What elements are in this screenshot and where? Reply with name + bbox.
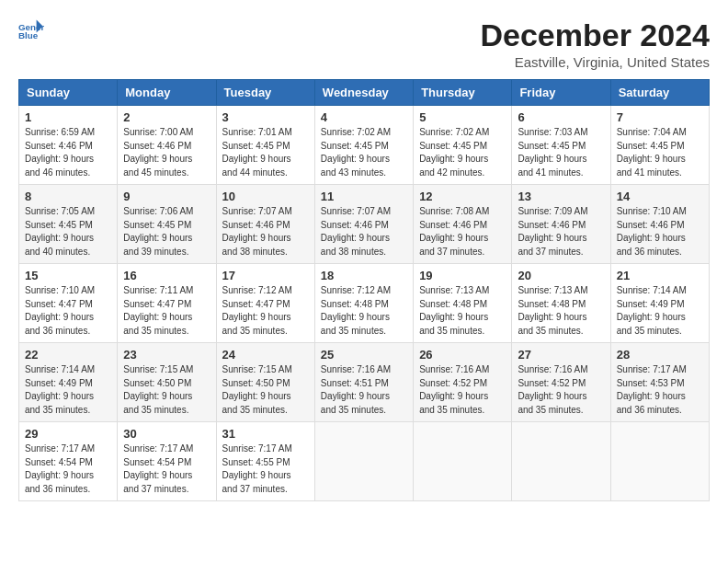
day-number: 25: [321, 348, 407, 362]
calendar-cell: 18Sunrise: 7:12 AMSunset: 4:48 PMDayligh…: [314, 264, 413, 343]
header-monday: Monday: [118, 80, 216, 106]
calendar-cell: 3Sunrise: 7:01 AMSunset: 4:45 PMDaylight…: [216, 106, 314, 185]
day-number: 10: [222, 190, 309, 203]
header-wednesday: Wednesday: [314, 80, 413, 106]
day-number: 7: [617, 110, 703, 124]
calendar-cell: 30Sunrise: 7:17 AMSunset: 4:54 PMDayligh…: [118, 422, 216, 501]
calendar-week-1: 1Sunrise: 6:59 AMSunset: 4:46 PMDaylight…: [19, 106, 710, 185]
calendar-cell: 26Sunrise: 7:16 AMSunset: 4:52 PMDayligh…: [414, 343, 512, 422]
calendar-cell: [512, 422, 610, 501]
day-number: 12: [419, 190, 506, 203]
calendar-cell: 24Sunrise: 7:15 AMSunset: 4:50 PMDayligh…: [216, 343, 314, 422]
calendar-week-5: 29Sunrise: 7:17 AMSunset: 4:54 PMDayligh…: [19, 422, 710, 501]
day-info: Sunrise: 7:04 AMSunset: 4:45 PMDaylight:…: [617, 126, 703, 179]
day-number: 20: [518, 269, 604, 282]
calendar-cell: [314, 422, 413, 501]
day-number: 17: [222, 269, 309, 282]
day-info: Sunrise: 7:17 AMSunset: 4:54 PMDaylight:…: [25, 442, 111, 496]
svg-text:Blue: Blue: [18, 30, 39, 40]
header-friday: Friday: [512, 80, 610, 106]
calendar-cell: 1Sunrise: 6:59 AMSunset: 4:46 PMDaylight…: [19, 106, 118, 185]
day-info: Sunrise: 7:16 AMSunset: 4:51 PMDaylight:…: [321, 363, 407, 417]
day-info: Sunrise: 7:03 AMSunset: 4:45 PMDaylight:…: [518, 126, 604, 179]
calendar-week-4: 22Sunrise: 7:14 AMSunset: 4:49 PMDayligh…: [19, 343, 710, 422]
day-info: Sunrise: 7:02 AMSunset: 4:45 PMDaylight:…: [419, 126, 506, 179]
calendar-cell: 20Sunrise: 7:13 AMSunset: 4:48 PMDayligh…: [512, 264, 610, 343]
day-number: 3: [222, 110, 309, 124]
day-info: Sunrise: 7:15 AMSunset: 4:50 PMDaylight:…: [123, 363, 210, 417]
calendar-cell: 14Sunrise: 7:10 AMSunset: 4:46 PMDayligh…: [610, 185, 709, 264]
day-info: Sunrise: 7:14 AMSunset: 4:49 PMDaylight:…: [617, 284, 703, 338]
header-sunday: Sunday: [19, 80, 118, 106]
calendar-header-row: SundayMondayTuesdayWednesdayThursdayFrid…: [19, 80, 710, 106]
calendar-cell: 4Sunrise: 7:02 AMSunset: 4:45 PMDaylight…: [314, 106, 413, 185]
day-number: 19: [419, 269, 506, 282]
day-info: Sunrise: 7:07 AMSunset: 4:46 PMDaylight:…: [321, 205, 407, 259]
day-info: Sunrise: 7:08 AMSunset: 4:46 PMDaylight:…: [419, 205, 506, 259]
calendar-cell: 9Sunrise: 7:06 AMSunset: 4:45 PMDaylight…: [118, 185, 216, 264]
day-number: 28: [617, 348, 703, 362]
day-info: Sunrise: 7:05 AMSunset: 4:45 PMDaylight:…: [25, 205, 111, 259]
page-header: General Blue December 2024 Eastville, Vi…: [18, 18, 710, 70]
day-number: 26: [419, 348, 506, 362]
day-info: Sunrise: 7:15 AMSunset: 4:50 PMDaylight:…: [222, 363, 309, 417]
calendar-cell: 8Sunrise: 7:05 AMSunset: 4:45 PMDaylight…: [19, 185, 118, 264]
day-number: 31: [222, 427, 309, 441]
day-number: 29: [25, 427, 111, 441]
page-subtitle: Eastville, Virginia, United States: [480, 54, 710, 70]
calendar-cell: 5Sunrise: 7:02 AMSunset: 4:45 PMDaylight…: [414, 106, 512, 185]
calendar-cell: 19Sunrise: 7:13 AMSunset: 4:48 PMDayligh…: [414, 264, 512, 343]
calendar-cell: 21Sunrise: 7:14 AMSunset: 4:49 PMDayligh…: [610, 264, 709, 343]
day-number: 8: [25, 190, 111, 203]
day-number: 2: [123, 110, 210, 124]
day-info: Sunrise: 7:17 AMSunset: 4:53 PMDaylight:…: [617, 363, 703, 417]
calendar-cell: 7Sunrise: 7:04 AMSunset: 4:45 PMDaylight…: [610, 106, 709, 185]
day-number: 21: [617, 269, 703, 282]
day-number: 6: [518, 110, 604, 124]
day-number: 27: [518, 348, 604, 362]
day-info: Sunrise: 7:16 AMSunset: 4:52 PMDaylight:…: [419, 363, 506, 417]
day-number: 23: [123, 348, 210, 362]
day-info: Sunrise: 7:00 AMSunset: 4:46 PMDaylight:…: [123, 126, 210, 179]
day-number: 4: [321, 110, 407, 124]
day-info: Sunrise: 7:13 AMSunset: 4:48 PMDaylight:…: [518, 284, 604, 338]
day-info: Sunrise: 7:02 AMSunset: 4:45 PMDaylight:…: [321, 126, 407, 179]
day-info: Sunrise: 7:10 AMSunset: 4:46 PMDaylight:…: [617, 205, 703, 259]
calendar-cell: 28Sunrise: 7:17 AMSunset: 4:53 PMDayligh…: [610, 343, 709, 422]
calendar-cell: 10Sunrise: 7:07 AMSunset: 4:46 PMDayligh…: [216, 185, 314, 264]
calendar-cell: 15Sunrise: 7:10 AMSunset: 4:47 PMDayligh…: [19, 264, 118, 343]
day-number: 30: [123, 427, 210, 441]
calendar-cell: 6Sunrise: 7:03 AMSunset: 4:45 PMDaylight…: [512, 106, 610, 185]
calendar-cell: [414, 422, 512, 501]
calendar-cell: 12Sunrise: 7:08 AMSunset: 4:46 PMDayligh…: [414, 185, 512, 264]
calendar-week-2: 8Sunrise: 7:05 AMSunset: 4:45 PMDaylight…: [19, 185, 710, 264]
day-info: Sunrise: 7:13 AMSunset: 4:48 PMDaylight:…: [419, 284, 506, 338]
calendar-cell: 13Sunrise: 7:09 AMSunset: 4:46 PMDayligh…: [512, 185, 610, 264]
day-number: 13: [518, 190, 604, 203]
day-info: Sunrise: 7:17 AMSunset: 4:54 PMDaylight:…: [123, 442, 210, 496]
calendar-cell: 11Sunrise: 7:07 AMSunset: 4:46 PMDayligh…: [314, 185, 413, 264]
calendar-cell: 31Sunrise: 7:17 AMSunset: 4:55 PMDayligh…: [216, 422, 314, 501]
day-number: 24: [222, 348, 309, 362]
day-number: 1: [25, 110, 111, 124]
day-info: Sunrise: 6:59 AMSunset: 4:46 PMDaylight:…: [25, 126, 111, 179]
header-thursday: Thursday: [414, 80, 512, 106]
day-number: 14: [617, 190, 703, 203]
day-number: 11: [321, 190, 407, 203]
calendar-cell: 25Sunrise: 7:16 AMSunset: 4:51 PMDayligh…: [314, 343, 413, 422]
day-info: Sunrise: 7:09 AMSunset: 4:46 PMDaylight:…: [518, 205, 604, 259]
day-number: 5: [419, 110, 506, 124]
calendar-table: SundayMondayTuesdayWednesdayThursdayFrid…: [18, 79, 710, 501]
day-info: Sunrise: 7:14 AMSunset: 4:49 PMDaylight:…: [25, 363, 111, 417]
calendar-cell: 22Sunrise: 7:14 AMSunset: 4:49 PMDayligh…: [19, 343, 118, 422]
calendar-cell: 2Sunrise: 7:00 AMSunset: 4:46 PMDaylight…: [118, 106, 216, 185]
day-info: Sunrise: 7:16 AMSunset: 4:52 PMDaylight:…: [518, 363, 604, 417]
title-section: December 2024 Eastville, Virginia, Unite…: [480, 18, 710, 70]
calendar-week-3: 15Sunrise: 7:10 AMSunset: 4:47 PMDayligh…: [19, 264, 710, 343]
day-info: Sunrise: 7:17 AMSunset: 4:55 PMDaylight:…: [222, 442, 309, 496]
day-info: Sunrise: 7:12 AMSunset: 4:47 PMDaylight:…: [222, 284, 309, 338]
day-info: Sunrise: 7:06 AMSunset: 4:45 PMDaylight:…: [123, 205, 210, 259]
day-number: 16: [123, 269, 210, 282]
calendar-cell: 27Sunrise: 7:16 AMSunset: 4:52 PMDayligh…: [512, 343, 610, 422]
day-number: 18: [321, 269, 407, 282]
